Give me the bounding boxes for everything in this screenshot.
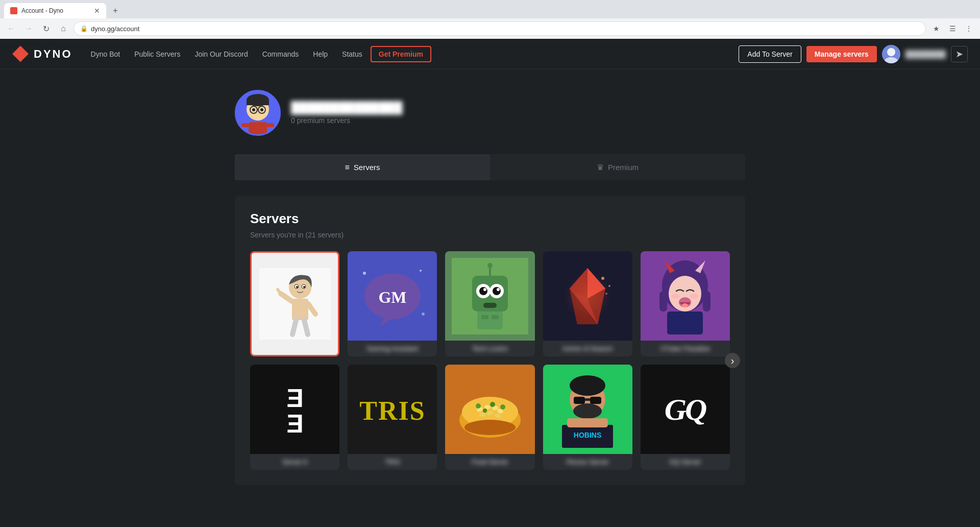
svg-point-42 — [487, 263, 493, 268]
nav-public-servers[interactable]: Public Servers — [128, 47, 186, 61]
server-card-robot[interactable]: Tech Lovers — [445, 251, 534, 356]
server-card-name-person: Person Server — [543, 454, 632, 470]
svg-line-25 — [292, 320, 296, 334]
server-card-anime[interactable]: VTuber Paradise — [641, 251, 730, 356]
svg-text:GQ: GQ — [665, 393, 706, 426]
tab-premium-label: Premium — [608, 163, 639, 172]
server-card-curt[interactable]: Curt Server — [250, 251, 339, 356]
server-card-6[interactable]: E E Server 6 — [250, 365, 339, 470]
nav-join-discord[interactable]: Join Our Discord — [188, 47, 254, 61]
svg-rect-14 — [267, 123, 274, 127]
svg-point-92 — [573, 403, 602, 419]
server-card-image-crystal — [543, 251, 632, 341]
tab-close-button[interactable]: ✕ — [94, 7, 100, 15]
nav-status[interactable]: Status — [336, 47, 369, 61]
nav-commands[interactable]: Commands — [256, 47, 305, 61]
svg-point-88 — [464, 420, 516, 435]
svg-point-91 — [570, 375, 605, 396]
svg-point-19 — [296, 286, 298, 288]
svg-text:HOBINS: HOBINS — [574, 431, 601, 439]
server-card-food[interactable]: Food Server — [445, 365, 534, 470]
logo[interactable]: DYNO — [12, 46, 72, 62]
servers-subtitle: Servers you're in (21 servers) — [250, 231, 730, 239]
servers-title: Servers — [250, 211, 730, 227]
manage-servers-button[interactable]: Manage servers — [806, 46, 877, 62]
extensions-button[interactable]: ☰ — [945, 21, 960, 36]
tab-premium[interactable]: ♛ Premium — [490, 154, 745, 180]
server-card-name-anime: VTuber Paradise — [641, 341, 730, 356]
servers-grid-wrapper: Curt Server GM — [250, 251, 730, 470]
server-card-name-gm: Gaming Assistant — [348, 341, 437, 356]
tab-servers[interactable]: ≡ Servers — [235, 154, 490, 180]
svg-rect-67 — [703, 291, 710, 312]
svg-point-87 — [483, 409, 487, 413]
browser-toolbar: ← → ↻ ⌂ 🔒 dyno.gg/account ★ ☰ ⋮ — [0, 18, 980, 39]
navbar-right: Add To Server Manage servers ████████ ➤ — [739, 45, 968, 63]
server-card-crystal[interactable]: Anime of Season — [543, 251, 632, 356]
page-content: ██████████████ 0 premium servers ≡ Serve… — [225, 69, 755, 506]
user-profile: ██████████████ 0 premium servers — [235, 90, 745, 136]
svg-point-86 — [500, 404, 505, 410]
server-card-gm[interactable]: GM Gaming Assistant — [348, 251, 437, 356]
add-to-server-button[interactable]: Add To Server — [739, 45, 801, 63]
svg-point-30 — [363, 272, 366, 275]
server-card-name-tris: TRIS — [348, 454, 437, 470]
more-button[interactable]: ⋮ — [962, 21, 976, 36]
back-button[interactable]: ← — [4, 21, 18, 36]
servers-section: Servers Servers you're in (21 servers) — [235, 196, 745, 485]
servers-grid-row1: Curt Server GM — [250, 251, 730, 356]
svg-rect-13 — [241, 123, 249, 127]
browser-chrome: Account - Dyno ✕ + ← → ↻ ⌂ 🔒 dyno.gg/acc… — [0, 0, 980, 39]
server-card-image-tris: TRIS — [348, 365, 437, 454]
get-premium-button[interactable]: Get Premium — [371, 46, 431, 62]
nav-help[interactable]: Help — [307, 47, 334, 61]
svg-point-31 — [420, 270, 422, 272]
logo-diamond-icon — [12, 46, 29, 62]
bookmark-star-button[interactable]: ★ — [929, 21, 943, 36]
server-card-tris[interactable]: TRIS TRIS — [348, 365, 437, 470]
tab-bar: Account - Dyno ✕ + — [0, 0, 980, 18]
server-card-image-gm: GM — [348, 251, 437, 341]
server-card-gq[interactable]: GQ GQ Server — [641, 365, 730, 470]
svg-rect-95 — [585, 398, 590, 401]
svg-line-26 — [304, 320, 308, 334]
svg-rect-6 — [247, 100, 269, 105]
new-tab-button[interactable]: + — [108, 4, 122, 18]
svg-point-39 — [483, 288, 486, 291]
nav-dyno-bot[interactable]: Dyno Bot — [85, 47, 127, 61]
username-nav: ████████ — [905, 50, 946, 58]
servers-grid-row2: E E Server 6 TRIS — [250, 365, 730, 470]
svg-rect-93 — [574, 397, 585, 404]
server-card-image-gq: GQ — [641, 365, 730, 454]
server-card-image-curt — [252, 253, 338, 355]
servers-tab-icon: ≡ — [345, 163, 349, 172]
premium-tab-icon: ♛ — [597, 162, 604, 172]
server-card-person[interactable]: HOBINS Person Server — [543, 365, 632, 470]
reload-button[interactable]: ↻ — [39, 21, 53, 36]
svg-point-40 — [497, 288, 500, 291]
svg-point-63 — [690, 294, 698, 299]
svg-point-1 — [887, 48, 895, 56]
svg-point-54 — [601, 277, 604, 280]
logout-button[interactable]: ➤ — [951, 46, 968, 62]
svg-point-32 — [422, 313, 425, 316]
user-avatar[interactable] — [882, 45, 900, 63]
svg-rect-12 — [249, 122, 267, 134]
svg-point-56 — [605, 293, 607, 295]
active-tab[interactable]: Account - Dyno ✕ — [4, 3, 106, 18]
profile-info: ██████████████ 0 premium servers — [291, 101, 402, 125]
server-card-name-robot: Tech Lovers — [445, 341, 534, 356]
server-card-image-person: HOBINS — [543, 365, 632, 454]
home-button[interactable]: ⌂ — [56, 21, 70, 36]
address-bar[interactable]: 🔒 dyno.gg/account — [74, 21, 926, 36]
svg-point-53 — [565, 273, 610, 319]
grid-next-arrow[interactable]: › — [725, 353, 740, 368]
forward-button[interactable]: → — [21, 21, 36, 36]
profile-username: ██████████████ — [291, 101, 402, 114]
svg-rect-43 — [483, 303, 497, 308]
svg-point-10 — [252, 108, 255, 111]
server-card-name-6: Server 6 — [250, 454, 339, 470]
tab-servers-label: Servers — [354, 163, 380, 172]
svg-point-62 — [672, 294, 680, 299]
url-text: dyno.gg/account — [91, 25, 139, 33]
